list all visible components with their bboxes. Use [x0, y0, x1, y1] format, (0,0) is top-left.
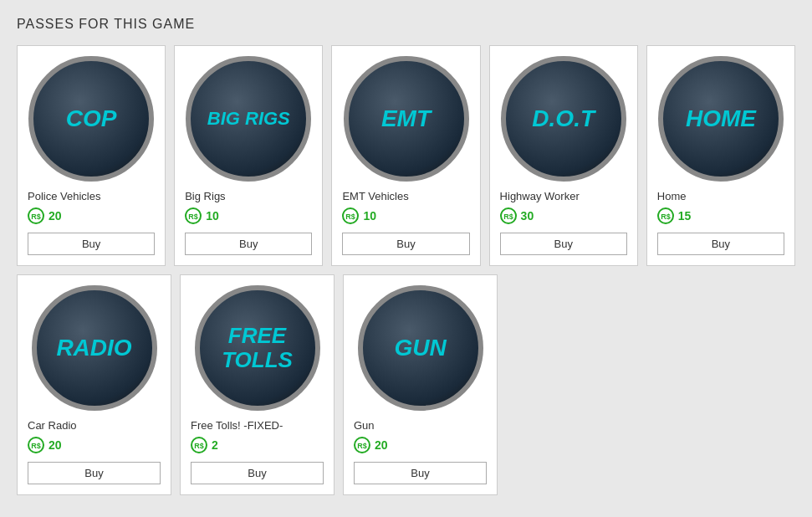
pass-price-gun: R$ 20	[354, 437, 388, 453]
pass-amount-free-tolls: 2	[212, 438, 218, 452]
pass-icon-text-gun: GUN	[394, 335, 446, 361]
buy-button-dot[interactable]: Buy	[500, 233, 627, 255]
pass-card-gun: GUNGun R$ 20Buy	[343, 274, 498, 495]
pass-amount-gun: 20	[375, 438, 388, 452]
pass-icon-text-home: HOME	[686, 106, 756, 132]
pass-name-big-rigs: Big Rigs	[185, 190, 225, 202]
passes-row-2: RADIOCar Radio R$ 20BuyFREE TOLLSFree To…	[17, 274, 795, 495]
robux-icon: R$	[657, 207, 674, 224]
pass-price-radio: R$ 20	[28, 437, 62, 453]
svg-text:R$: R$	[31, 212, 41, 221]
buy-button-cop[interactable]: Buy	[28, 233, 155, 255]
robux-icon: R$	[500, 207, 517, 224]
pass-card-emt: EMTEMT Vehicles R$ 10Buy	[331, 45, 480, 266]
buy-button-big-rigs[interactable]: Buy	[185, 233, 312, 255]
robux-icon: R$	[28, 437, 44, 453]
passes-container: COPPolice Vehicles R$ 20BuyBIG RIGSBig R…	[17, 45, 795, 495]
robux-icon: R$	[28, 207, 44, 224]
pass-icon-emt: EMT	[344, 56, 469, 182]
pass-card-cop: COPPolice Vehicles R$ 20Buy	[17, 45, 166, 266]
robux-icon: R$	[191, 437, 207, 453]
pass-icon-dot: D.O.T	[501, 56, 626, 182]
page-title: PASSES FOR THIS GAME	[17, 17, 795, 32]
pass-price-cop: R$ 20	[28, 207, 62, 224]
pass-card-free-tolls: FREE TOLLSFree Tolls! -FIXED- R$ 2Buy	[180, 274, 335, 495]
svg-text:R$: R$	[661, 212, 671, 221]
pass-amount-home: 15	[678, 209, 692, 223]
svg-text:R$: R$	[31, 442, 41, 450]
pass-icon-text-free-tolls: FREE TOLLS	[200, 324, 315, 371]
pass-icon-radio: RADIO	[32, 285, 157, 411]
pass-amount-dot: 30	[521, 209, 534, 223]
pass-price-emt: R$ 10	[342, 207, 376, 224]
svg-text:R$: R$	[503, 212, 513, 221]
buy-button-emt[interactable]: Buy	[342, 233, 469, 255]
pass-card-big-rigs: BIG RIGSBig Rigs R$ 10Buy	[174, 45, 323, 266]
pass-card-dot: D.O.THighway Worker R$ 30Buy	[489, 45, 638, 266]
robux-icon: R$	[354, 437, 370, 453]
pass-name-home: Home	[657, 190, 687, 202]
pass-name-cop: Police Vehicles	[28, 190, 100, 202]
pass-icon-free-tolls: FREE TOLLS	[195, 285, 320, 411]
robux-icon: R$	[185, 207, 202, 224]
pass-amount-big-rigs: 10	[206, 209, 219, 223]
passes-row-1: COPPolice Vehicles R$ 20BuyBIG RIGSBig R…	[17, 45, 795, 266]
buy-button-gun[interactable]: Buy	[354, 462, 487, 484]
pass-icon-text-dot: D.O.T	[532, 106, 595, 132]
pass-price-dot: R$ 30	[500, 207, 534, 224]
pass-amount-cop: 20	[49, 209, 62, 223]
robux-icon: R$	[342, 207, 359, 224]
pass-icon-text-radio: RADIO	[56, 335, 131, 361]
pass-price-free-tolls: R$ 2	[191, 437, 218, 453]
pass-name-radio: Car Radio	[28, 419, 77, 432]
svg-text:R$: R$	[357, 442, 367, 450]
buy-button-home[interactable]: Buy	[657, 233, 784, 255]
pass-icon-home: HOME	[658, 56, 784, 182]
pass-price-home: R$ 15	[657, 207, 692, 224]
pass-card-home: HOMEHome R$ 15Buy	[646, 45, 795, 266]
pass-icon-gun: GUN	[358, 285, 483, 411]
pass-icon-text-emt: EMT	[381, 106, 431, 132]
pass-card-radio: RADIOCar Radio R$ 20Buy	[17, 274, 171, 495]
svg-text:R$: R$	[346, 212, 356, 221]
pass-icon-cop: COP	[28, 56, 154, 182]
pass-amount-emt: 10	[363, 209, 376, 223]
pass-price-big-rigs: R$ 10	[185, 207, 219, 224]
pass-icon-text-big-rigs: BIG RIGS	[207, 109, 290, 129]
buy-button-free-tolls[interactable]: Buy	[191, 462, 324, 484]
pass-name-gun: Gun	[354, 419, 375, 432]
svg-text:R$: R$	[194, 442, 204, 450]
pass-icon-text-cop: COP	[66, 106, 117, 132]
pass-amount-radio: 20	[49, 438, 62, 452]
pass-icon-big-rigs: BIG RIGS	[186, 56, 311, 182]
pass-name-free-tolls: Free Tolls! -FIXED-	[191, 419, 283, 432]
pass-name-emt: EMT Vehicles	[342, 190, 408, 202]
svg-text:R$: R$	[188, 212, 198, 221]
buy-button-radio[interactable]: Buy	[28, 462, 161, 484]
pass-name-dot: Highway Worker	[500, 190, 580, 202]
